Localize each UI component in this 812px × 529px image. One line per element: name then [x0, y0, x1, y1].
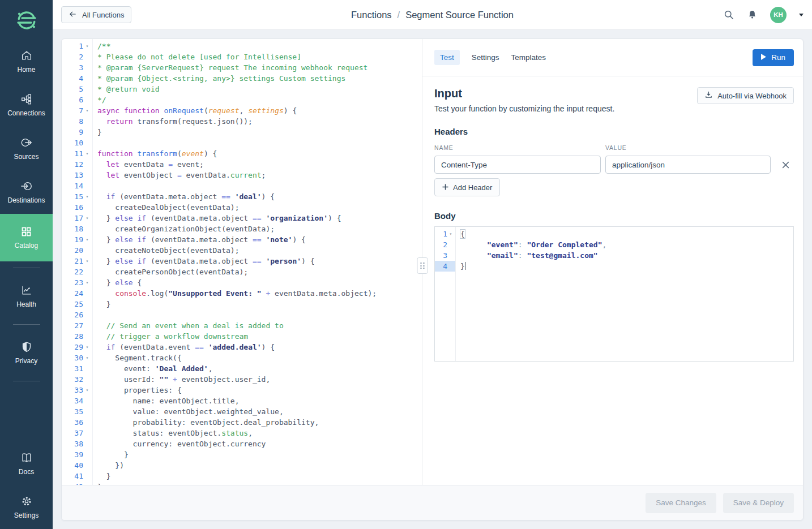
panel-resize-handle[interactable]	[417, 257, 428, 274]
code-line[interactable]: 4* @param {Object.<string, any>} setting…	[62, 73, 422, 84]
add-header-button[interactable]: Add Header	[434, 178, 500, 196]
code-fold-icon[interactable]: ▾	[83, 148, 91, 159]
code-line[interactable]: 41 }	[62, 471, 422, 481]
breadcrumb-section[interactable]: Functions	[351, 10, 392, 20]
code-line[interactable]: 39 }	[62, 449, 422, 460]
code-line[interactable]: 29▾ if (eventData.event == 'added.deal')…	[62, 342, 422, 352]
code-line[interactable]: 23▾ } else {	[62, 277, 422, 288]
destinations-icon	[20, 180, 33, 192]
code-line[interactable]: 30▾ Segment.track({	[62, 352, 422, 363]
sidebar-item-destinations[interactable]: Destinations	[0, 170, 53, 214]
code-line[interactable]: 12 let eventData = event;	[62, 159, 422, 170]
sidebar-item-catalog[interactable]: Catalog	[0, 214, 53, 261]
code-line[interactable]: 19▾ } else if (eventData.meta.object == …	[62, 234, 422, 245]
sidebar: Home Connections Sources Destina	[0, 0, 53, 529]
code-line[interactable]: 24 console.log("Unsupported Event: " + e…	[62, 288, 422, 299]
code-line[interactable]: 22 createPersonObject(eventData);	[62, 266, 422, 277]
code-line[interactable]: 1▾/**	[62, 41, 422, 51]
code-line[interactable]: 15▾ if (eventData.meta.object == 'deal')…	[62, 191, 422, 202]
code-line[interactable]: 38 currency: eventObject.currency	[62, 438, 422, 449]
code-fold-icon[interactable]: ▾	[83, 234, 91, 245]
code-line[interactable]: 11▾function transform(event) {	[62, 148, 422, 159]
gutter: 9	[62, 127, 92, 137]
code-fold-icon[interactable]: ▾	[83, 191, 91, 202]
code-line[interactable]: 21▾ } else if (eventData.meta.object == …	[62, 256, 422, 266]
source-code-editor[interactable]: 1▾/**2* Please do not delete [used for I…	[62, 39, 422, 485]
tab-templates[interactable]: Templates	[511, 53, 546, 62]
code-line[interactable]: 17▾ } else if (eventData.meta.object == …	[62, 213, 422, 223]
sidebar-item-privacy[interactable]: Privacy	[0, 331, 53, 375]
code-line[interactable]: 37 status: eventObject.status,	[62, 428, 422, 438]
line-number: 22	[62, 266, 83, 277]
line-number: 42	[62, 481, 83, 485]
line-number: 24	[62, 288, 83, 299]
code-line[interactable]: 25 }	[62, 299, 422, 309]
sidebar-item-connections[interactable]: Connections	[0, 83, 53, 127]
sidebar-item-settings[interactable]: Settings	[0, 485, 53, 529]
code-fold-icon[interactable]: ▾	[83, 342, 91, 352]
code-line[interactable]: 34 name: eventObject.title,	[62, 395, 422, 406]
code-line[interactable]: 14	[62, 180, 422, 191]
code-line[interactable]: 10	[62, 137, 422, 148]
code-fold-icon[interactable]: ▾	[447, 229, 454, 239]
code-line[interactable]: 9}	[62, 127, 422, 137]
code-fold-icon[interactable]: ▾	[83, 41, 91, 51]
code-line[interactable]: 3* @param {ServerRequest} request The in…	[62, 62, 422, 73]
code-line[interactable]: 16 createDealObject(eventData);	[62, 202, 422, 213]
all-functions-back-button[interactable]: All Functions	[61, 6, 131, 23]
sidebar-item-home[interactable]: Home	[0, 40, 53, 83]
code-line[interactable]: 2 "event": "Order Completed",	[435, 239, 793, 250]
code-line[interactable]: 40 })	[62, 460, 422, 471]
user-avatar[interactable]: KH	[770, 7, 787, 23]
run-button[interactable]: Run	[753, 49, 794, 66]
sidebar-item-sources[interactable]: Sources	[0, 127, 53, 170]
code-line[interactable]: 5* @return void	[62, 84, 422, 94]
notifications-bell-icon[interactable]	[747, 9, 758, 20]
code-line[interactable]: 2* Please do not delete [used for Intell…	[62, 51, 422, 62]
search-icon[interactable]	[723, 9, 734, 20]
header-name-label: NAME	[434, 144, 605, 151]
code-fold-icon[interactable]: ▾	[83, 256, 91, 266]
header-name-input[interactable]	[434, 156, 601, 174]
save-deploy-button[interactable]: Save & Deploy	[723, 493, 794, 513]
code-line[interactable]: 13 let eventObject = eventData.current;	[62, 170, 422, 180]
code-line[interactable]: 20 createNoteObject(eventData);	[62, 245, 422, 256]
header-value-input[interactable]	[605, 156, 771, 174]
tab-settings[interactable]: Settings	[472, 53, 499, 62]
code-line[interactable]: 8 return transform(request.json());	[62, 116, 422, 127]
code-line[interactable]: 28 // trigger a workflow downstream	[62, 331, 422, 342]
tab-test[interactable]: Test	[434, 50, 460, 65]
code-fold-icon[interactable]: ▾	[83, 213, 91, 223]
segment-logo-icon[interactable]	[13, 7, 40, 34]
code-fold-icon[interactable]: ▾	[83, 352, 91, 363]
save-changes-button[interactable]: Save Changes	[646, 493, 716, 513]
code-line[interactable]: 3 "email": "test@gmail.com"	[435, 250, 793, 261]
gutter: 8	[62, 116, 92, 127]
sidebar-item-health[interactable]: Health	[0, 274, 53, 318]
request-body-editor[interactable]: 1▾{2 "event": "Order Completed",3 "email…	[434, 226, 794, 362]
code-line[interactable]: 42}	[62, 481, 422, 485]
code-line[interactable]: 36 probability: eventObject.deal_probabi…	[62, 417, 422, 428]
code-line[interactable]: 35 value: eventObject.weighted_value,	[62, 406, 422, 417]
code-line[interactable]: 33▾ properties: {	[62, 385, 422, 395]
autofill-webhook-button[interactable]: Auto-fill via Webhook	[697, 87, 794, 104]
code-line[interactable]: 6*/	[62, 94, 422, 105]
code-line[interactable]: 7▾async function onRequest(request, sett…	[62, 105, 422, 116]
workspace: 1▾/**2* Please do not delete [used for I…	[62, 39, 803, 485]
chevron-down-icon[interactable]	[799, 14, 804, 16]
code-line[interactable]: 27 // Send an event when a deal is added…	[62, 320, 422, 331]
remove-header-button[interactable]	[781, 160, 790, 170]
line-number: 30	[62, 352, 83, 363]
code-line[interactable]: 32 userId: "" + eventObject.user_id,	[62, 374, 422, 385]
code-line[interactable]: 4}	[435, 261, 793, 272]
line-number: 5	[62, 84, 83, 94]
code-line[interactable]: 18 createOrganizationObject(eventData);	[62, 223, 422, 234]
code-line[interactable]: 1▾{	[435, 229, 793, 239]
gutter: 11▾	[62, 148, 92, 159]
sidebar-item-docs[interactable]: Docs	[0, 442, 53, 485]
code-line[interactable]: 31 event: 'Deal Added',	[62, 363, 422, 374]
code-fold-icon[interactable]: ▾	[83, 277, 91, 288]
code-line[interactable]: 26	[62, 309, 422, 320]
code-fold-icon[interactable]: ▾	[83, 105, 91, 116]
code-fold-icon[interactable]: ▾	[83, 385, 91, 395]
